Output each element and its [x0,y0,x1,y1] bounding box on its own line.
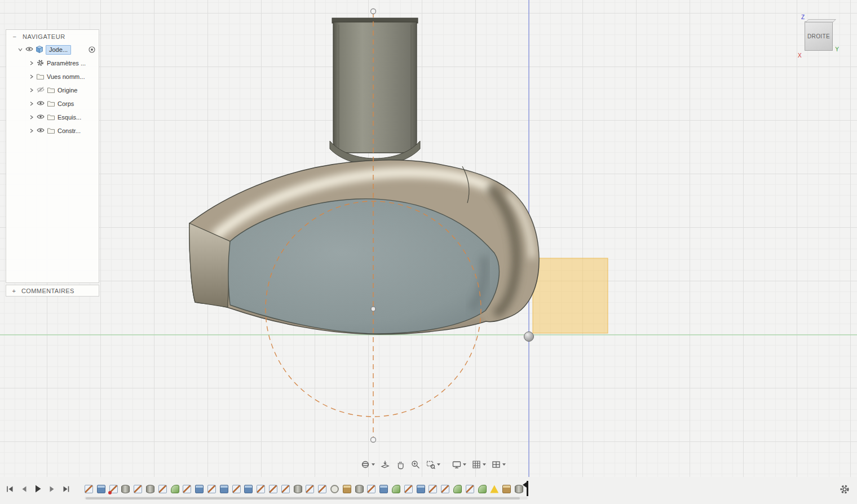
timeline-feature-sketch-icon[interactable] [134,485,142,493]
viewports-button[interactable] [489,458,507,471]
jump-to-start-button[interactable] [5,484,15,494]
browser-item-construction[interactable]: Constr... [6,124,99,138]
timeline-feature-extrude-icon[interactable] [220,485,228,493]
timeline-feature-warning-icon[interactable] [490,485,498,493]
centerline-endpoint-bottom[interactable] [371,437,376,443]
browser-item-corps[interactable]: Corps [6,97,99,110]
gear-icon [37,59,44,68]
timeline-feature-sketch-icon[interactable] [158,485,167,493]
folder-icon [47,100,55,108]
eye-icon[interactable] [37,114,45,121]
timeline-feature-extrude-icon[interactable] [195,485,204,493]
timeline-feature-revolve-icon[interactable] [294,485,302,493]
timeline-feature-gold-icon[interactable] [343,485,351,493]
chevron-right-icon[interactable] [29,129,34,133]
zoom-button[interactable] [409,458,422,471]
timeline-feature-gold-icon[interactable] [502,485,511,493]
folder-icon [37,73,44,81]
browser-item-vues[interactable]: Vues nomm... [6,70,99,83]
eye-off-icon[interactable] [37,87,45,94]
timeline-feature-sketch-icon[interactable] [428,485,437,493]
chevron-right-icon[interactable] [29,115,34,120]
timeline-feature-revolve-icon[interactable] [355,485,364,493]
timeline-feature-extrude-icon[interactable] [244,485,253,493]
timeline-feature-sketch-icon[interactable] [183,485,191,493]
viewcube-face-right[interactable]: DROITE [805,21,833,51]
timeline-feature-sketch-icon[interactable] [281,485,290,493]
folder-icon [47,87,55,94]
timeline-feature-extrude-icon[interactable] [417,485,425,493]
timeline-feature-sketch-icon[interactable] [269,485,277,493]
timeline-feature-sketch-icon[interactable] [257,485,265,493]
gear-icon [840,484,850,494]
browser-item-label: Paramètres ... [47,60,86,67]
browser-item-esquisses[interactable]: Esquis... [6,110,99,124]
step-forward-button[interactable] [47,484,57,494]
model-3d[interactable] [189,18,539,334]
activate-radio-icon[interactable] [89,46,95,53]
look-at-button[interactable] [378,458,392,471]
jump-to-end-button[interactable] [61,484,71,494]
timeline-feature-fillet-icon[interactable] [453,485,462,493]
timeline-feature-fillet-icon[interactable] [171,485,179,493]
comments-panel[interactable]: + COMMENTAIRES [6,285,99,297]
timeline-settings-button[interactable] [839,484,850,495]
timeline-feature-sketch-issue-icon[interactable] [109,485,118,493]
timeline-feature-fillet-icon[interactable] [478,485,487,493]
pan-button[interactable] [394,458,407,471]
timeline-feature-sketch-icon[interactable] [318,485,326,493]
chevron-right-icon[interactable] [29,101,34,106]
grid-snaps-button[interactable] [470,458,488,471]
chevron-right-icon[interactable] [29,88,34,92]
navigator-header: − NAVIGATEUR [6,30,99,43]
stem-face[interactable] [333,22,417,153]
browser-item-parametres[interactable]: Paramètres ... [6,56,99,70]
timeline-feature-sketch-icon[interactable] [207,485,216,493]
caret-down-icon [372,463,375,466]
play-button[interactable] [33,484,43,494]
axis-y-label: Y [835,46,839,52]
display-settings-button[interactable] [450,458,468,471]
eye-icon[interactable] [37,100,45,107]
browser-item-origine[interactable]: Origine [6,83,99,97]
eye-icon[interactable] [25,46,33,53]
chevron-right-icon[interactable] [29,61,34,65]
timeline-feature-sketch-icon[interactable] [441,485,449,493]
timeline-feature-sketch-icon[interactable] [85,485,93,493]
origin-point-ball[interactable] [524,332,534,342]
step-back-button[interactable] [19,484,29,494]
chevron-right-icon[interactable] [29,74,34,79]
navigator-title: NAVIGATEUR [23,33,65,40]
orbit-button[interactable] [359,458,377,471]
document-name[interactable]: Jode... [46,45,71,55]
fusion360-window: − NAVIGATEUR Jode... [0,0,857,504]
timeline-feature-sketch-icon[interactable] [466,485,474,493]
viewport-canvas[interactable] [0,0,857,504]
view-navigation-toolbar [359,458,507,471]
chevron-down-icon[interactable] [17,47,23,52]
expand-icon[interactable]: + [11,288,17,294]
eye-icon[interactable] [37,127,45,134]
browser-item-label: Esquis... [58,114,81,121]
timeline-feature-sketch-icon[interactable] [404,485,413,493]
timeline-scrollbar-thumb[interactable] [86,497,520,499]
timeline-feature-sketch-icon[interactable] [232,485,241,493]
sketch-profile-highlight[interactable] [533,258,608,333]
timeline-feature-revolve-icon[interactable] [121,485,130,493]
timeline-feature-sketch-icon[interactable] [367,485,376,493]
timeline-feature-extrude-icon[interactable] [379,485,388,493]
timeline-scrollbar[interactable] [85,497,528,499]
timeline-feature-sketch-icon[interactable] [306,485,314,493]
timeline-position-marker[interactable] [522,481,529,498]
timeline-feature-circle-icon[interactable] [330,485,339,493]
timeline-feature-revolve-icon[interactable] [146,485,154,493]
timeline-feature-fillet-icon[interactable] [392,485,400,493]
collapse-icon[interactable]: − [12,33,17,40]
zoom-window-button[interactable] [424,458,442,471]
circle-center-point[interactable] [371,307,376,311]
timeline-feature-extrude-icon[interactable] [97,485,105,493]
browser-root-item[interactable]: Jode... [6,43,99,56]
component-cube-icon [36,46,43,54]
centerline-endpoint-top[interactable] [371,9,376,14]
viewcube[interactable]: Z DROITE Y X [801,15,837,56]
